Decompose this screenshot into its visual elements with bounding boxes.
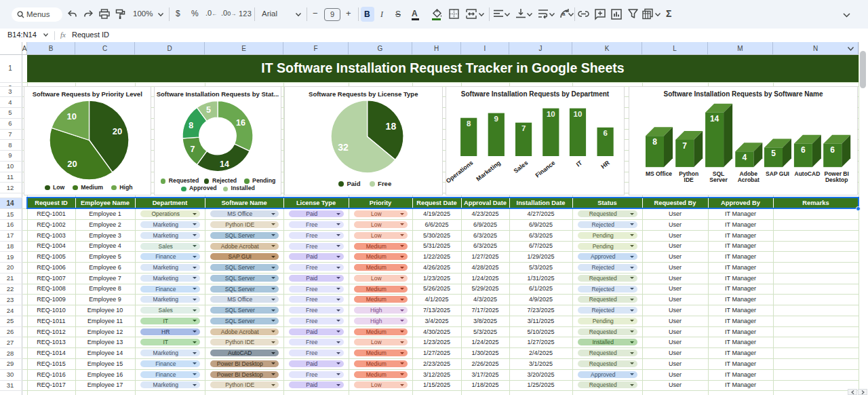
svg-text:AutoCAD: AutoCAD — [795, 170, 821, 177]
svg-text:7: 7 — [682, 141, 687, 151]
svg-text:4: 4 — [742, 153, 747, 162]
svg-text:8: 8 — [652, 137, 657, 147]
svg-text:Acrobat: Acrobat — [738, 176, 760, 183]
svg-text:SAP GUI: SAP GUI — [766, 170, 789, 177]
svg-text:MS Office: MS Office — [646, 170, 672, 177]
svg-text:14: 14 — [710, 114, 719, 124]
svg-text:6: 6 — [830, 145, 835, 155]
svg-text:Desktop: Desktop — [825, 176, 848, 183]
svg-text:5: 5 — [771, 149, 776, 158]
svg-text:6: 6 — [801, 145, 806, 155]
svg-text:Server: Server — [709, 176, 728, 183]
svg-text:IDE: IDE — [684, 176, 694, 183]
